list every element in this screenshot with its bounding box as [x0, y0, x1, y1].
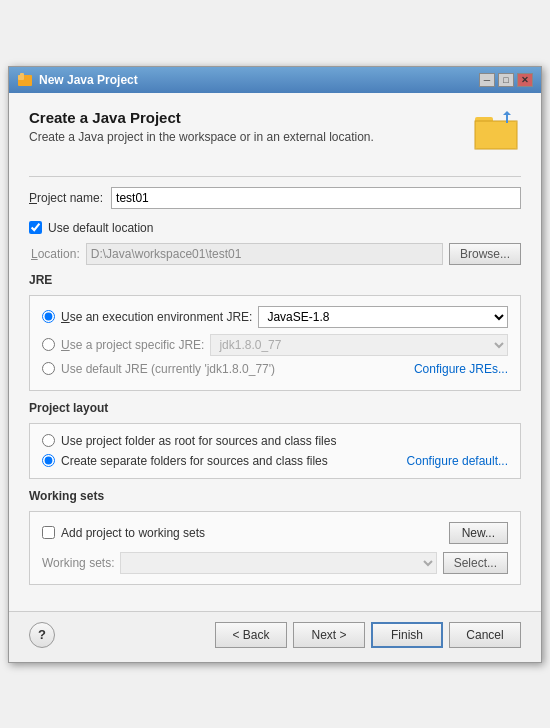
jre-env-radio[interactable] [42, 310, 55, 323]
configure-default-link[interactable]: Configure default... [407, 454, 508, 468]
layout-project-label: Use project folder as root for sources a… [61, 434, 336, 448]
title-controls: ─ □ ✕ [479, 73, 533, 87]
layout-option2-row: Create separate folders for sources and … [42, 454, 328, 468]
header-text: Create a Java Project Create a Java proj… [29, 109, 473, 160]
next-button[interactable]: Next > [293, 622, 365, 648]
use-default-location-row: Use default location [29, 221, 521, 235]
page-subtitle: Create a Java project in the workspace o… [29, 130, 473, 144]
location-input [86, 243, 443, 265]
close-button[interactable]: ✕ [517, 73, 533, 87]
layout-section-title: Project layout [29, 401, 521, 415]
use-default-location-checkbox[interactable] [29, 221, 42, 234]
folder-icon [473, 109, 521, 153]
maximize-button[interactable]: □ [498, 73, 514, 87]
add-working-sets-label: Add project to working sets [61, 526, 205, 540]
add-to-working-sets-row: Add project to working sets [42, 526, 205, 540]
layout-section: Use project folder as root for sources a… [29, 423, 521, 479]
folder-icon-area [473, 109, 521, 153]
jre-specific-label: Use a project specific JRE: [61, 338, 204, 352]
working-sets-section: Add project to working sets New... Worki… [29, 511, 521, 585]
layout-option1-row: Use project folder as root for sources a… [42, 434, 508, 448]
dialog-content: Create a Java Project Create a Java proj… [9, 93, 541, 611]
project-name-row: Project name: [29, 187, 521, 209]
header-area: Create a Java Project Create a Java proj… [29, 109, 521, 160]
minimize-button[interactable]: ─ [479, 73, 495, 87]
use-default-location-label: Use default location [48, 221, 153, 235]
add-working-sets-checkbox[interactable] [42, 526, 55, 539]
new-working-set-button[interactable]: New... [449, 522, 508, 544]
back-button[interactable]: < Back [215, 622, 287, 648]
window-icon [17, 72, 33, 88]
project-name-label: Project name: [29, 191, 103, 205]
location-label: Location: [31, 247, 80, 261]
svg-rect-7 [506, 115, 508, 123]
finish-button[interactable]: Finish [371, 622, 443, 648]
jre-env-select[interactable]: JavaSE-1.8 [258, 306, 508, 328]
jre-section: Use an execution environment JRE: JavaSE… [29, 295, 521, 391]
layout-project-radio[interactable] [42, 434, 55, 447]
project-name-input[interactable] [111, 187, 521, 209]
jre-default-radio[interactable] [42, 362, 55, 375]
svg-rect-2 [20, 73, 24, 76]
svg-rect-3 [475, 121, 517, 149]
dialog-window: New Java Project ─ □ ✕ Create a Java Pro… [8, 66, 542, 663]
configure-jres-link[interactable]: Configure JREs... [414, 362, 508, 376]
working-sets-select-row: Working sets: Select... [42, 552, 508, 574]
footer-left: ? [29, 622, 55, 648]
working-sets-select [120, 552, 436, 574]
jre-default-label: Use default JRE (currently 'jdk1.8.0_77'… [61, 362, 275, 376]
footer-right: < Back Next > Finish Cancel [215, 622, 521, 648]
jre-specific-radio[interactable] [42, 338, 55, 351]
jre-option3-row: Use default JRE (currently 'jdk1.8.0_77'… [42, 362, 508, 376]
help-button[interactable]: ? [29, 622, 55, 648]
window-title: New Java Project [39, 73, 138, 87]
jre-section-title: JRE [29, 273, 521, 287]
working-sets-label: Working sets: [42, 556, 114, 570]
cancel-button[interactable]: Cancel [449, 622, 521, 648]
browse-button[interactable]: Browse... [449, 243, 521, 265]
dialog-footer: ? < Back Next > Finish Cancel [9, 611, 541, 662]
location-row: Location: Browse... [29, 243, 521, 265]
select-working-sets-button[interactable]: Select... [443, 552, 508, 574]
jre-option1-row: Use an execution environment JRE: JavaSE… [42, 306, 508, 328]
title-bar-left: New Java Project [17, 72, 138, 88]
page-title: Create a Java Project [29, 109, 473, 126]
title-bar: New Java Project ─ □ ✕ [9, 67, 541, 93]
layout-separate-label: Create separate folders for sources and … [61, 454, 328, 468]
jre-option2-row: Use a project specific JRE: jdk1.8.0_77 [42, 334, 508, 356]
svg-marker-6 [503, 111, 511, 115]
working-sets-title: Working sets [29, 489, 521, 503]
header-divider [29, 176, 521, 177]
layout-separate-radio[interactable] [42, 454, 55, 467]
jre-env-label: Use an execution environment JRE: [61, 310, 252, 324]
jre-specific-select: jdk1.8.0_77 [210, 334, 508, 356]
